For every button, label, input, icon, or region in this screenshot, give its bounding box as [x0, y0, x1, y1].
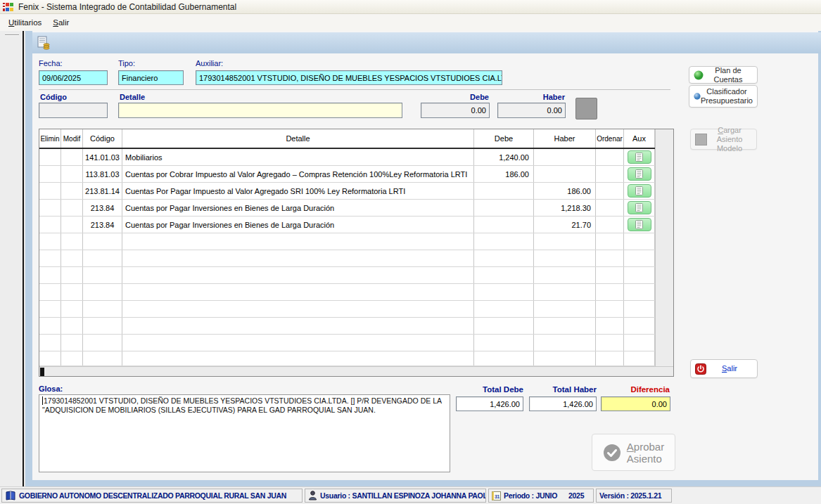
table-row-empty	[39, 351, 655, 366]
aux-button[interactable]	[628, 150, 651, 164]
header-debe: Debe	[474, 129, 534, 148]
table-header-row: Elimin Modif Código Detalle Debe Haber O…	[39, 129, 655, 149]
menu-bar: Utilitarios Salir	[0, 14, 821, 31]
aux-button[interactable]	[628, 167, 651, 181]
frame-left-strip	[25, 31, 32, 486]
text-caret	[42, 396, 43, 405]
user-icon	[308, 491, 317, 500]
entries-table: Elimin Modif Código Detalle Debe Haber O…	[39, 129, 674, 377]
aux-document-icon	[635, 186, 643, 195]
frame-right-strip	[818, 31, 821, 486]
entry-action-button[interactable]	[575, 98, 597, 119]
application-window: Fenix - Sistema Integrado de Contabilida…	[0, 0, 821, 504]
header-codigo: Código	[83, 129, 122, 148]
total-haber-label: Total Haber	[529, 385, 597, 394]
horizontal-scroll-thumb[interactable]	[40, 368, 44, 377]
aprobar-asiento-button[interactable]: Aprobar Asiento	[592, 434, 675, 471]
table-row-empty	[39, 233, 655, 250]
status-entity: GOBIERNO AUTONOMO DESCENTRALIZADO PARROQ…	[1, 489, 303, 503]
entry-haber-input[interactable]: 0.00	[497, 103, 566, 118]
check-circle-icon	[603, 444, 621, 462]
tipo-input[interactable]: Financiero	[118, 70, 184, 85]
header-ordenar: Ordenar	[596, 129, 624, 148]
header-haber: Haber	[534, 129, 596, 148]
table-row-empty	[39, 284, 655, 301]
table-horizontal-scrollbar[interactable]	[39, 366, 674, 377]
menu-utilitarios[interactable]: Utilitarios	[3, 15, 47, 30]
table-row-empty	[39, 335, 655, 351]
fecha-input[interactable]: 09/06/2025	[39, 70, 108, 85]
title-bar: Fenix - Sistema Integrado de Contabilida…	[0, 0, 821, 14]
header-modif: Modif	[61, 129, 83, 148]
menu-salir[interactable]: Salir	[47, 15, 75, 30]
header-detalle: Detalle	[122, 129, 474, 148]
total-haber-field: 1,426.00	[529, 396, 597, 411]
status-user: Usuario : SANTILLAN ESPINOZA JOHANNA PAO…	[305, 489, 486, 503]
table-row[interactable]: 141.01.03 Mobiliarios 1,240.00	[39, 149, 655, 166]
cargar-asiento-modelo-button[interactable]: Cargar Asiento Modelo	[690, 129, 757, 150]
fecha-label: Fecha:	[39, 59, 63, 67]
header-aux: Aux	[624, 129, 655, 148]
table-row[interactable]: 213.81.14 Cuentas Por Pagar Impuesto al …	[39, 183, 655, 200]
table-row-empty	[39, 318, 655, 335]
header-elimin: Elimin	[39, 129, 61, 148]
plan-de-cuentas-button[interactable]: Plan de Cuentas	[689, 66, 758, 84]
entry-detalle-input[interactable]	[118, 103, 402, 118]
app-window-icon	[3, 1, 14, 13]
diferencia-field: 0.00	[601, 396, 670, 411]
green-sphere-icon	[694, 70, 704, 80]
tipo-label: Tipo:	[118, 59, 135, 67]
window-title: Fenix - Sistema Integrado de Contabilida…	[18, 2, 236, 12]
table-row-empty	[39, 301, 655, 318]
auxiliar-input[interactable]: 1793014852001 VTSTUDIO, DISEÑO DE MUEBLE…	[196, 70, 502, 85]
entry-debe-label: Debe	[421, 93, 489, 101]
table-row[interactable]: 213.84 Cuentas por Pagar Inversiones en …	[39, 200, 655, 217]
panel-grip-handle[interactable]	[5, 34, 19, 36]
aux-document-icon	[635, 153, 643, 162]
calendar-icon: 31	[492, 491, 501, 500]
total-debe-label: Total Debe	[456, 385, 523, 394]
gray-square-icon	[695, 134, 707, 146]
entry-detalle-label: Detalle	[120, 93, 145, 101]
table-row[interactable]: 213.84 Cuentas por Pagar Inversiones en …	[39, 217, 655, 233]
svg-text:31: 31	[495, 493, 500, 498]
aux-button[interactable]	[628, 218, 651, 231]
blue-sphere-icon	[694, 91, 701, 101]
table-row[interactable]: 113.81.03 Cuentas por Cobrar Impuesto al…	[39, 166, 655, 183]
status-bar: GOBIERNO AUTONOMO DESCENTRALIZADO PARROQ…	[0, 486, 821, 504]
table-vertical-scrollbar[interactable]	[655, 129, 674, 366]
aux-document-icon	[635, 220, 643, 229]
diferencia-label: Diferencia	[602, 385, 670, 394]
glosa-label: Glosa:	[39, 385, 63, 393]
power-icon	[695, 363, 706, 375]
document-coins-icon	[37, 36, 51, 50]
aux-document-icon	[635, 203, 643, 212]
entry-codigo-label: Código	[40, 93, 67, 101]
entry-codigo-input[interactable]	[39, 103, 108, 118]
left-collapsed-panel[interactable]	[0, 31, 24, 486]
clasificador-presupuestario-button[interactable]: Clasificador Presupuestario	[689, 85, 758, 108]
aux-button[interactable]	[628, 184, 651, 198]
status-version: Versión : 2025.1.21	[596, 489, 672, 503]
aux-button[interactable]	[628, 201, 651, 214]
new-entry-button[interactable]	[35, 34, 52, 51]
glosa-textarea[interactable]: 1793014852001 VTSTUDIO, DISEÑO DE MUEBLE…	[39, 394, 450, 472]
toolbar	[32, 32, 821, 53]
table-row-empty	[39, 267, 655, 284]
entry-debe-input[interactable]: 0.00	[421, 103, 490, 118]
status-period: 31 Periodo : JUNIO 2025	[488, 489, 594, 503]
table-row-empty	[39, 250, 655, 267]
total-debe-field: 1,426.00	[456, 396, 523, 411]
aux-document-icon	[635, 169, 643, 179]
frame-bottom-strip	[25, 480, 821, 486]
form-separator	[39, 89, 670, 90]
salir-button[interactable]: Salir	[690, 359, 758, 378]
entry-haber-label: Haber	[497, 93, 565, 101]
auxiliar-label: Auxiliar:	[196, 59, 223, 67]
book-icon	[5, 491, 16, 500]
